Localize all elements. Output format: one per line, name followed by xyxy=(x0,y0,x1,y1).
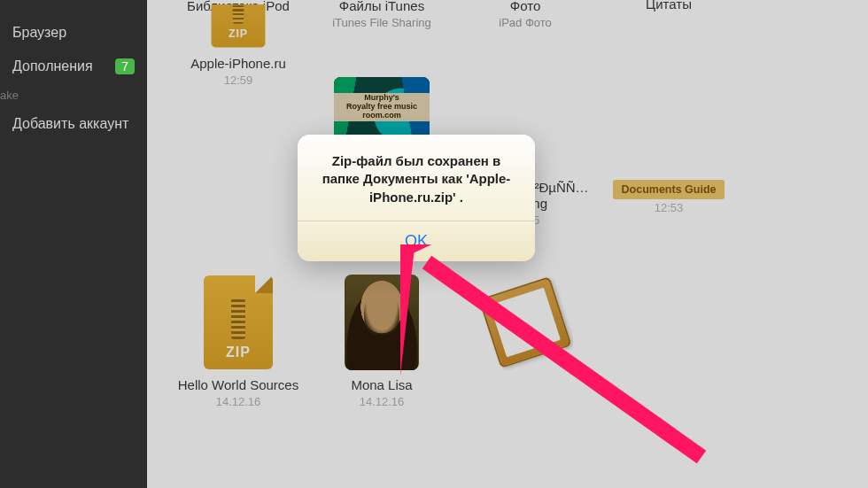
zip-thumb: ZIP xyxy=(190,275,286,370)
file-date: 12:59 xyxy=(167,74,310,87)
file-name: Фото xyxy=(453,0,597,14)
sidebar-truncated-text: ake xyxy=(0,83,147,107)
sidebar-item-addons[interactable]: Дополнения 7 xyxy=(0,50,147,83)
folder-thumb xyxy=(477,275,573,370)
folder-icon xyxy=(478,276,571,368)
file-tile[interactable]: ZIP Apple-iPhone.ru 12:59 xyxy=(167,59,310,227)
file-tile[interactable]: Documents Guide 12:53 xyxy=(597,77,740,227)
guide-label: Documents Guide xyxy=(613,180,725,199)
app-root: Браузер Дополнения 7 ake Добавить аккаун… xyxy=(0,0,868,488)
sidebar-item-browser[interactable]: Браузер xyxy=(0,16,147,50)
zip-icon: ZIP xyxy=(204,275,273,369)
alert-dialog: Zip-файл был сохранен в папке Документы … xyxy=(298,135,535,261)
file-name: Hello World Sources xyxy=(167,377,310,393)
sidebar: Браузер Дополнения 7 ake Добавить аккаун… xyxy=(0,0,147,488)
zip-icon: ZIP xyxy=(212,4,266,47)
sidebar-item-label: Добавить аккаунт xyxy=(12,116,128,132)
zip-thumb: ZIP xyxy=(190,4,286,49)
sidebar-item-label: Браузер xyxy=(12,25,66,41)
banner-line: Royalty free music room.com xyxy=(334,103,430,120)
file-date: 14.12.16 xyxy=(310,395,453,408)
video-banner: Murphy's Royalty free music room.com xyxy=(334,93,430,121)
file-tile[interactable]: ZIP Hello World Sources 14.12.16 xyxy=(167,275,310,408)
ok-button[interactable]: OK xyxy=(298,221,535,261)
zip-label: ZIP xyxy=(226,345,251,360)
dialog-message: Zip-файл был сохранен в папке Документы … xyxy=(298,135,535,221)
file-name: Файлы iTunes xyxy=(310,0,453,14)
file-subtitle: iPad Фото xyxy=(453,16,597,29)
file-name: Apple-iPhone.ru xyxy=(167,56,310,72)
zipper-icon xyxy=(231,298,245,339)
file-tile[interactable]: Москва — 29 января [10 февраля] 1837, Ци… xyxy=(597,0,740,29)
sidebar-item-label: Дополнения xyxy=(12,58,93,74)
file-tile[interactable]: Фото iPad Фото xyxy=(453,0,597,29)
file-name: Mona Lisa xyxy=(310,377,453,393)
file-subtitle: iTunes File Sharing xyxy=(310,16,453,29)
file-name: Цитаты xyxy=(597,0,740,12)
sidebar-item-add-account[interactable]: Добавить аккаунт xyxy=(0,107,147,141)
file-tile[interactable] xyxy=(453,275,597,408)
file-tile[interactable]: Mona Lisa 14.12.16 xyxy=(310,275,453,408)
file-date: 14.12.16 xyxy=(167,395,310,408)
file-date: 12:53 xyxy=(597,201,740,214)
zipper-icon xyxy=(233,4,244,24)
image-thumb xyxy=(345,275,419,370)
mona-lisa-image xyxy=(345,275,419,370)
addons-badge: 7 xyxy=(115,58,135,74)
file-tile[interactable]: Файлы iTunes iTunes File Sharing xyxy=(310,0,453,29)
zip-label: ZIP xyxy=(229,28,248,41)
